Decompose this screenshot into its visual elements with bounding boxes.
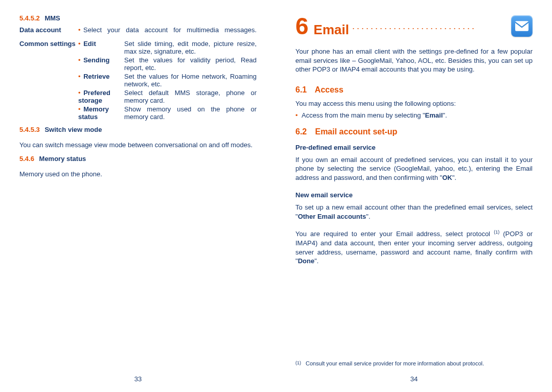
heading-number: 5.4.5.2 [19,14,40,22]
bullet-icon: • [78,73,81,80]
page-left: 5.4.5.2 MMS Data account • Select your d… [0,0,276,392]
heading-6-2: 6.2 Email account set-up [295,127,533,136]
text-fragment: If you own an email account of predefine… [295,156,533,181]
chapter-header: 6 Email ........................... [295,14,533,38]
body-predefined: If you own an email account of predefine… [295,155,533,182]
chapter-title: Email [314,22,349,38]
desc-retrieve: Set the values for Home network, Roaming… [124,73,257,88]
sublabel-memory-status: Memory status [78,105,109,121]
intro-paragraph: Your phone has an email client with the … [295,47,533,74]
footnote: (1) Consult your email service provider … [295,360,533,366]
sublabel-retrieve: Retrieve [83,73,109,80]
bold-done: Done [298,257,315,265]
row-data-account: Data account • Select your data account … [19,26,257,34]
heading-title: Memory status [39,155,86,163]
section-number: 6.1 [295,85,313,95]
body-new-service-1: To set up a new email account other than… [295,203,533,221]
row-common-settings-edit: Common settings • Edit Set slide timing,… [19,40,257,55]
text-fragment: ". [314,257,318,265]
text-fragment: ". [452,174,456,181]
sublabel-prefered-storage: Prefered storage [78,89,110,104]
section-number: 6.2 [295,127,313,136]
page-number: 34 [276,375,552,383]
heading-5-4-5-2: 5.4.5.2 MMS [19,14,257,22]
desc-prefered-storage: Select default MMS storage, phone or mem… [124,89,257,104]
page-right: 6 Email ........................... Your… [276,0,552,392]
row-sending: • Sending Set the values for validity pe… [19,56,257,72]
email-icon [511,15,533,37]
heading-5-4-5-3: 5.4.5.3 Switch view mode [19,126,257,133]
heading-title: MMS [44,14,60,22]
text-fragment: ". [366,213,370,220]
section-title: Access [315,85,343,94]
heading-predefined: Pre-defined email service [295,144,533,151]
row-prefered-storage: • Prefered storage Select default MMS st… [19,89,257,104]
desc-memory-status: Show memory used on the phone or memory … [124,105,257,121]
bullet-icon: • [78,89,81,97]
footnote-mark: (1) [295,360,306,366]
desc-sending: Set the values for validity period, Read… [124,56,257,72]
body-new-service-2: You are required to enter your Email add… [295,229,533,266]
chapter-dots: ........................... [352,21,508,32]
label-data-account: Data account [19,26,78,34]
body-memory-status: Memory used on the phone. [19,170,257,179]
body-access: You may access this menu using the follo… [295,100,533,107]
desc-data-account: Select your data account for multimedia … [83,26,257,34]
desc-edit: Set slide timing, edit mode, picture res… [124,40,257,55]
sublabel-edit: Edit [83,40,96,48]
heading-number: 5.4.6 [19,155,34,163]
body-switch-view: You can switch message view mode between… [19,141,257,150]
page-number: 33 [0,375,276,383]
bold-ok: OK [442,174,452,181]
footnote-ref: (1) [494,229,499,235]
heading-new-service: New email service [295,191,533,199]
bold-other-accounts: Other Email accounts [298,213,366,220]
sublabel-sending: Sending [83,56,109,64]
bullet-access-email: • Access from the main menu by selecting… [295,111,533,119]
bold-email: Email [425,111,443,119]
chapter-number: 6 [295,14,309,38]
heading-6-1: 6.1 Access [295,85,533,95]
bullet-icon: • [78,56,81,64]
bullet-icon: • [78,105,81,113]
text-fragment: You are required to enter your Email add… [295,230,494,238]
label-common-settings: Common settings [19,40,78,55]
svg-rect-0 [515,21,528,31]
bullet-icon: • [295,111,302,119]
heading-title: Switch view mode [44,126,102,133]
text-fragment: Access from the main menu by selecting " [302,111,425,119]
text-fragment: ". [443,111,447,119]
bullet-icon: • [78,26,83,34]
row-retrieve: • Retrieve Set the values for Home netwo… [19,73,257,88]
section-title: Email account set-up [315,127,397,136]
heading-number: 5.4.5.3 [19,126,40,133]
heading-5-4-6: 5.4.6 Memory status [19,155,257,163]
bullet-icon: • [78,40,81,48]
row-memory-status: • Memory status Show memory used on the … [19,105,257,121]
footnote-text: Consult your email service provider for … [306,360,484,366]
